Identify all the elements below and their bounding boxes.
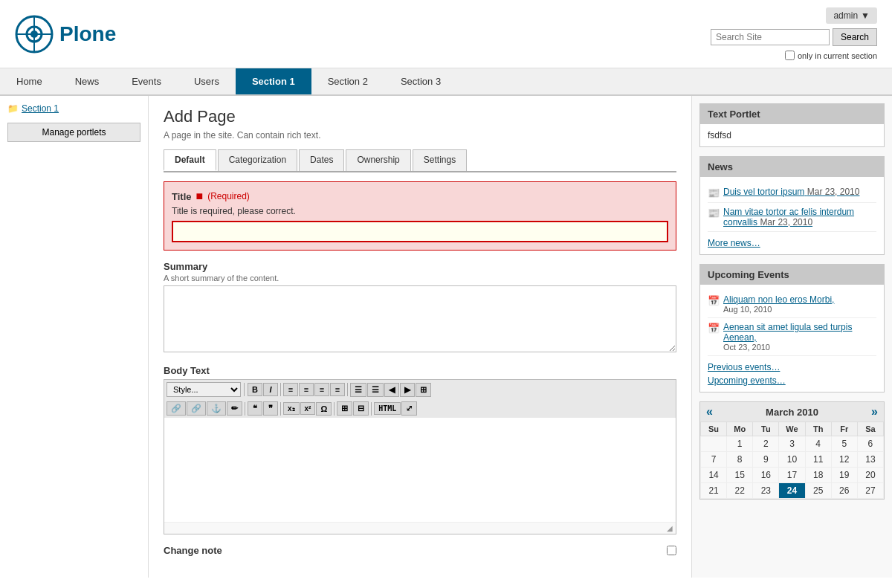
header-right: admin ▼ Search only in current section [711,7,877,60]
event-link-1[interactable]: Aliquam non leo eros Morbi, [723,294,834,305]
calendar-day[interactable]: 11 [805,452,831,468]
special-char-button[interactable]: Ω [316,402,332,416]
change-note-checkbox[interactable] [667,546,676,555]
calendar-day[interactable]: 13 [857,452,883,468]
cal-day-fr: Fr [831,422,857,436]
calendar-day[interactable]: 21 [701,483,727,499]
tab-categorization[interactable]: Categorization [218,149,297,171]
calendar-day[interactable]: 6 [857,436,883,452]
event-date-2: Oct 23, 2010 [723,343,876,352]
news-link-2[interactable]: Nam vitae tortor ac felis interdum conva… [723,207,876,227]
cal-day-mo: Mo [727,422,753,436]
subscript-button[interactable]: x₂ [283,402,300,415]
align-right-button[interactable]: ≡ [314,383,329,396]
bold-button[interactable]: B [248,383,262,396]
calendar-day[interactable]: 15 [727,468,753,483]
calendar-day[interactable]: 14 [701,468,727,483]
editor-toolbar-row1: Style... B I ≡ ≡ ≡ ≡ ☰ ☰ ◀ ▶ ⊞ [164,379,676,399]
calendar-day[interactable]: 24 [779,483,805,499]
nav-section2[interactable]: Section 2 [311,68,384,94]
news-portlet-header: News [700,157,884,177]
edit-link-button[interactable]: ✏ [227,401,242,416]
calendar-day[interactable]: 18 [805,468,831,483]
calendar-next-button[interactable]: » [871,405,878,419]
body-textarea[interactable] [164,418,676,522]
title-label: Title ■ (Required) [172,190,668,203]
unordered-list-button[interactable]: ☰ [350,383,366,397]
search-button[interactable]: Search [833,28,877,46]
tab-ownership[interactable]: Ownership [346,149,410,171]
title-input[interactable] [172,221,668,242]
event-item-1: 📅 Aliquam non leo eros Morbi, Aug 10, 20… [708,291,876,318]
nav-news[interactable]: News [59,68,116,94]
tab-dates[interactable]: Dates [299,149,344,171]
align-left-button[interactable]: ≡ [283,383,298,396]
events-portlet: Upcoming Events 📅 Aliquam non leo eros M… [699,264,885,392]
calendar-day[interactable]: 4 [805,436,831,452]
resize-handle[interactable]: ◢ [164,522,676,534]
calendar-row: 21222324252627 [701,483,884,499]
nav-home[interactable]: Home [0,68,59,94]
table-insert-button[interactable]: ⊞ [337,401,352,416]
nav-section3[interactable]: Section 3 [384,68,457,94]
body-editor-container: ◢ [164,418,676,534]
body-label: Body Text [164,365,676,376]
superscript-button[interactable]: x² [300,402,316,415]
unquote-button[interactable]: ❞ [263,401,278,416]
tab-settings[interactable]: Settings [413,149,467,171]
calendar-day[interactable]: 10 [779,452,805,468]
calendar-day[interactable]: 23 [753,483,779,499]
previous-events-link[interactable]: Previous events… [708,362,876,372]
calendar-day[interactable]: 2 [753,436,779,452]
calendar-day[interactable]: 20 [857,468,883,483]
ordered-list-button[interactable]: ☰ [367,383,384,397]
nav-events[interactable]: Events [115,68,178,94]
calendar-day[interactable]: 16 [753,468,779,483]
outdent-button[interactable]: ◀ [384,383,399,397]
event-link-2[interactable]: Aenean sit amet ligula sed turpis Aenean… [723,322,876,343]
style-select[interactable]: Style... [167,382,241,397]
calendar-day[interactable]: 5 [831,436,857,452]
news-link-1[interactable]: Duis vel tortor ipsum Mar 23, 2010 [723,187,859,197]
nav-users[interactable]: Users [178,68,236,94]
upcoming-events-link[interactable]: Upcoming events… [708,375,876,386]
calendar-day[interactable]: 19 [831,468,857,483]
calendar-day[interactable]: 8 [727,452,753,468]
more-news-link[interactable]: More news… [708,238,876,248]
calendar-day[interactable]: 26 [831,483,857,499]
block-quote-button[interactable]: ❝ [248,401,262,416]
summary-textarea[interactable] [164,285,676,352]
calendar-day[interactable]: 3 [779,436,805,452]
calendar-day[interactable]: 9 [753,452,779,468]
calendar-day[interactable]: 22 [727,483,753,499]
calendar-day[interactable]: 25 [805,483,831,499]
calendar-day[interactable]: 27 [857,483,883,499]
align-center-button[interactable]: ≡ [299,383,314,396]
nav-section1[interactable]: Section 1 [236,68,311,94]
calendar-day[interactable]: 12 [831,452,857,468]
anchor-button[interactable]: ⚓ [207,401,226,416]
table-delete-button[interactable]: ⊟ [353,401,369,416]
align-justify-button[interactable]: ≡ [330,383,345,396]
admin-bar[interactable]: admin ▼ [826,7,877,24]
calendar-day[interactable]: 17 [779,468,805,483]
italic-button[interactable]: I [263,383,278,396]
calendar-day[interactable]: 7 [701,452,727,468]
indent-button[interactable]: ▶ [400,383,415,397]
tab-default[interactable]: Default [164,149,216,171]
calendar-prev-button[interactable]: « [706,405,713,419]
main-layout: 📁 Section 1 Manage portlets Add Page A p… [0,96,892,578]
calendar-day[interactable]: 1 [727,436,753,452]
link-button[interactable]: 🔗 [167,401,186,416]
fullscreen-button[interactable]: ⤢ [401,401,417,416]
change-note-header: Change note [164,545,676,556]
unlink-button[interactable]: 🔗 [187,401,206,416]
cal-day-sa: Sa [857,422,883,436]
search-in-section-checkbox[interactable] [785,51,795,60]
search-input[interactable] [711,29,830,45]
breadcrumb-label[interactable]: Section 1 [22,103,59,114]
text-portlet: Text Portlet fsdfsd [699,103,885,147]
manage-portlets-button[interactable]: Manage portlets [7,123,140,142]
insert-image-button[interactable]: ⊞ [416,383,431,397]
html-button[interactable]: HTML [374,402,401,415]
